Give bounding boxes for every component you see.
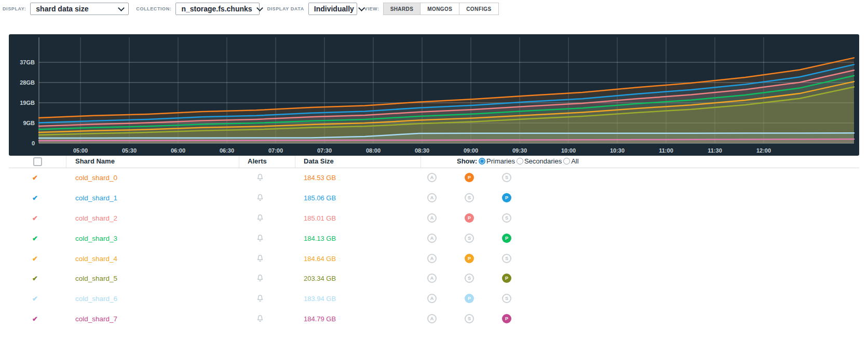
alert-bell-icon[interactable]	[256, 214, 264, 222]
shard-name-link[interactable]: cold_shard_2	[75, 214, 117, 222]
row-checkmark[interactable]: ✔	[32, 275, 38, 282]
display-data-label: DISPLAY DATA	[267, 6, 304, 11]
select-all-checkbox[interactable]	[33, 157, 42, 166]
row-checkmark[interactable]: ✔	[32, 295, 38, 303]
member-badge-p[interactable]: P	[502, 193, 511, 202]
show-all-radio[interactable]: All	[563, 157, 578, 165]
shard-name-link[interactable]: cold_shard_7	[75, 315, 117, 322]
radio-selected-icon	[479, 158, 485, 165]
member-badge-p[interactable]: P	[502, 234, 511, 243]
collection-select[interactable]: n_storage.fs.chunks	[175, 3, 260, 15]
x-axis-label: 05:00	[73, 147, 88, 154]
x-axis-label: 06:00	[171, 147, 185, 154]
data-size-column-header: Data Size	[304, 157, 334, 165]
y-axis-label: 28GB	[20, 79, 35, 86]
alert-bell-icon[interactable]	[256, 173, 264, 182]
view-button-group: SHARDSMONGOSCONFIGS	[384, 3, 499, 15]
display-select[interactable]: shard data size	[30, 3, 129, 15]
member-badge-a[interactable]: A	[427, 314, 437, 323]
alert-bell-icon[interactable]	[256, 274, 264, 282]
radio-label: All	[571, 157, 578, 165]
bell-glyph	[256, 234, 264, 242]
x-axis-label: 12:00	[756, 147, 771, 154]
bell-glyph	[256, 315, 264, 323]
data-size-value: 203.34 GB	[304, 275, 336, 282]
member-badge-a[interactable]: A	[427, 234, 437, 243]
member-badge-a[interactable]: A	[427, 173, 437, 182]
y-axis-label: 37GB	[20, 59, 35, 65]
x-axis-label: 11:00	[659, 147, 673, 154]
radio-icon	[563, 158, 570, 165]
x-axis-label: 09:30	[512, 147, 527, 154]
member-badge-a[interactable]: A	[427, 274, 437, 283]
member-badge-p[interactable]: P	[465, 294, 474, 303]
radio-label: Secondaries	[524, 157, 562, 165]
shard-name-link[interactable]: cold_shard_5	[75, 275, 117, 282]
alert-bell-icon[interactable]	[256, 294, 264, 303]
x-axis-label: 10:00	[561, 147, 576, 154]
y-axis-label: 9GB	[23, 120, 35, 126]
shard-name-link[interactable]: cold_shard_1	[75, 194, 117, 202]
member-badge-s[interactable]: S	[502, 173, 511, 182]
column-separator	[295, 156, 295, 168]
member-badge-s[interactable]: S	[502, 254, 511, 263]
member-badge-s[interactable]: S	[502, 213, 511, 223]
alert-bell-icon[interactable]	[256, 194, 264, 202]
table-row: ✔cold_shard_6183.94 GBAPS	[9, 289, 859, 309]
show-primaries-radio[interactable]: Primaries	[479, 157, 515, 165]
row-checkmark[interactable]: ✔	[32, 254, 38, 262]
row-checkmark[interactable]: ✔	[32, 194, 38, 202]
member-badge-s[interactable]: S	[465, 193, 474, 202]
member-badge-p[interactable]: P	[465, 173, 474, 182]
alert-bell-icon[interactable]	[256, 234, 264, 242]
member-badge-p[interactable]: P	[465, 213, 474, 223]
y-axis-label: 19GB	[20, 100, 35, 106]
member-badge-s[interactable]: S	[465, 234, 474, 243]
member-badge-a[interactable]: A	[427, 213, 437, 223]
display-data-select[interactable]: Individually	[308, 3, 357, 15]
shard-name-link[interactable]: cold_shard_4	[75, 254, 117, 262]
row-checkmark[interactable]: ✔	[32, 234, 38, 242]
bell-glyph	[256, 194, 264, 202]
table-row: ✔cold_shard_1185.06 GBASP	[9, 188, 859, 208]
member-badge-a[interactable]: A	[427, 193, 437, 202]
table-header: Shard Name Alerts Data Size Show: Primar…	[9, 156, 859, 168]
display-select-value: shard data size	[36, 5, 88, 13]
member-badge-p[interactable]: P	[502, 274, 511, 283]
bell-glyph	[256, 214, 264, 222]
column-separator	[239, 156, 239, 168]
view-mongos-button[interactable]: MONGOS	[420, 3, 459, 15]
shard-name-link[interactable]: cold_shard_3	[75, 234, 117, 242]
member-badge-s[interactable]: S	[465, 314, 474, 323]
shard-name-column-header: Shard Name	[75, 157, 115, 165]
chart-canvas[interactable]: 09GB19GB28GB37GB05:0005:3006:0006:3007:0…	[9, 34, 859, 156]
row-checkmark[interactable]: ✔	[32, 214, 38, 222]
view-shards-button[interactable]: SHARDS	[383, 3, 421, 15]
chevron-down-icon	[256, 5, 263, 11]
member-badge-a[interactable]: A	[427, 294, 437, 303]
row-checkmark[interactable]: ✔	[32, 174, 38, 182]
member-badge-s[interactable]: S	[502, 294, 511, 303]
view-configs-button[interactable]: CONFIGS	[459, 3, 498, 15]
member-badge-a[interactable]: A	[427, 254, 437, 263]
show-radio-group: PrimariesSecondariesAll	[477, 157, 579, 165]
data-size-value: 185.06 GB	[304, 194, 336, 202]
shard-name-link[interactable]: cold_shard_6	[75, 295, 117, 303]
alert-bell-icon[interactable]	[256, 315, 264, 323]
alert-bell-icon[interactable]	[256, 254, 264, 263]
member-badge-s[interactable]: S	[465, 274, 474, 283]
member-badge-p[interactable]: P	[465, 254, 474, 263]
show-secondaries-radio[interactable]: Secondaries	[517, 157, 562, 165]
table-row: ✔cold_shard_5203.34 GBASP	[9, 268, 859, 289]
chart-panel: 09GB19GB28GB37GB05:0005:3006:0006:3007:0…	[9, 34, 859, 156]
shard-name-link[interactable]: cold_shard_0	[75, 174, 117, 182]
x-axis-label: 08:00	[366, 147, 381, 154]
bell-glyph	[256, 274, 264, 282]
bell-glyph	[256, 173, 264, 182]
member-badge-p[interactable]: P	[502, 314, 511, 323]
show-filter: Show: PrimariesSecondariesAll	[457, 157, 579, 165]
collection-select-value: n_storage.fs.chunks	[181, 5, 252, 13]
x-axis-label: 09:00	[464, 147, 478, 154]
row-checkmark[interactable]: ✔	[32, 315, 38, 322]
shard-table: ✔cold_shard_0184.53 GBAPS✔cold_shard_118…	[9, 168, 859, 329]
